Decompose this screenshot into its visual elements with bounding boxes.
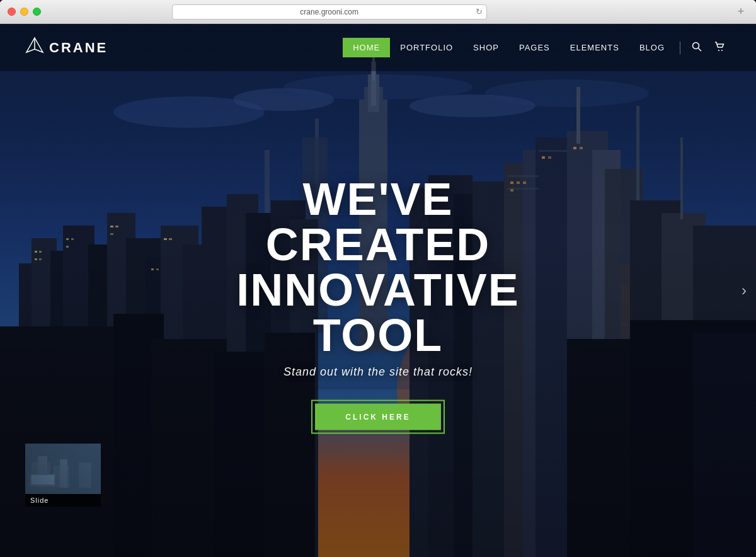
close-button[interactable] — [8, 8, 16, 16]
svg-rect-98 — [30, 474, 55, 486]
search-icon[interactable] — [685, 37, 708, 59]
svg-rect-90 — [25, 444, 101, 494]
maximize-button[interactable] — [33, 8, 41, 16]
website: CRANE HOME PORTFOLIO SHOP PAGES ELEMENTS… — [0, 24, 756, 557]
hero-subtitle: Stand out with the site that rocks! — [189, 365, 567, 379]
svg-rect-94 — [60, 459, 67, 488]
nav-divider — [680, 42, 680, 54]
url-text: crane.grooni.com — [300, 8, 358, 16]
nav-portfolio[interactable]: PORTFOLIO — [390, 38, 463, 57]
logo-text: CRANE — [49, 40, 108, 56]
nav-elements[interactable]: ELEMENTS — [560, 38, 629, 57]
hero-content: WE'VE CREATED INNOVATIVE TOOL Stand out … — [189, 176, 567, 430]
svg-point-89 — [721, 50, 723, 51]
hero-title-line1: WE'VE CREATED — [266, 174, 491, 270]
navbar: CRANE HOME PORTFOLIO SHOP PAGES ELEMENTS… — [0, 24, 756, 71]
minimize-button[interactable] — [20, 8, 28, 16]
browser-toolbar-right: + — [733, 4, 748, 20]
hero-cta-button[interactable]: CLICK HERE — [315, 404, 440, 430]
svg-point-88 — [718, 50, 719, 51]
nav-shop[interactable]: SHOP — [463, 38, 509, 57]
svg-rect-99 — [32, 475, 54, 485]
slide-label: Slide — [25, 494, 101, 507]
svg-line-87 — [699, 48, 702, 51]
cart-icon[interactable] — [708, 37, 731, 59]
logo[interactable]: CRANE — [25, 37, 108, 59]
nav-menu: HOME PORTFOLIO SHOP PAGES ELEMENTS BLOG — [343, 37, 731, 59]
svg-rect-96 — [79, 462, 91, 488]
logo-icon — [25, 37, 44, 59]
svg-rect-93 — [54, 466, 69, 488]
url-bar[interactable]: crane.grooni.com ↻ — [172, 4, 487, 20]
refresh-icon[interactable]: ↻ — [476, 7, 483, 16]
slide-thumb-image — [25, 444, 101, 494]
hero-title-line2: INNOVATIVE TOOL — [236, 265, 519, 360]
browser-titlebar: crane.grooni.com ↻ + — [0, 0, 756, 24]
new-tab-button[interactable]: + — [733, 4, 748, 20]
hero-title: WE'VE CREATED INNOVATIVE TOOL — [189, 176, 567, 358]
slider-next-arrow[interactable]: › — [742, 282, 747, 299]
browser-buttons — [8, 8, 41, 16]
svg-rect-92 — [38, 456, 47, 488]
svg-point-86 — [693, 42, 699, 49]
nav-home[interactable]: HOME — [343, 38, 390, 57]
svg-rect-91 — [32, 462, 50, 488]
svg-rect-95 — [72, 469, 94, 488]
slide-thumbnail[interactable]: Slide — [25, 444, 101, 507]
nav-pages[interactable]: PAGES — [509, 38, 560, 57]
svg-rect-97 — [28, 475, 57, 491]
nav-blog[interactable]: BLOG — [629, 38, 675, 57]
browser-chrome: crane.grooni.com ↻ + — [0, 0, 756, 24]
